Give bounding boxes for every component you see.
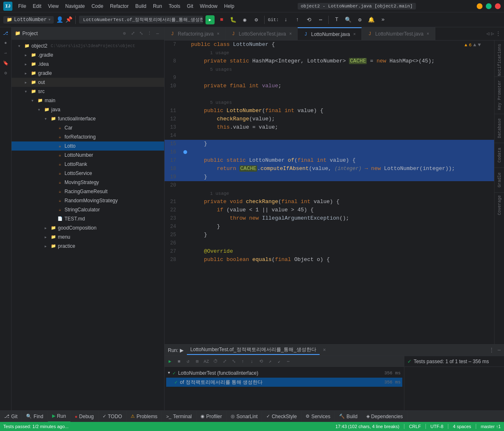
- run-more-actions-btn[interactable]: ⋯: [284, 358, 292, 365]
- run-export-btn[interactable]: ↗: [266, 358, 274, 365]
- bottom-checkstyle-btn[interactable]: ✓ CheckStyle: [262, 411, 301, 422]
- run-sort-dur-btn[interactable]: ⏱: [212, 358, 219, 365]
- minimize-button[interactable]: [477, 3, 483, 9]
- add-config-icon[interactable]: 👤: [56, 17, 63, 23]
- run-button[interactable]: ▶: [205, 15, 215, 24]
- run-import-btn[interactable]: ↙: [275, 358, 283, 365]
- tree-item-src[interactable]: ▼ 📁 src: [12, 87, 164, 96]
- status-git-branch[interactable]: master ↑1: [481, 424, 501, 429]
- run-configuration[interactable]: LottoNumberTest.of_정적팩토리메서리를_통해_생성한다 ▼: [79, 16, 203, 24]
- profiler-button[interactable]: ⚙: [252, 15, 261, 24]
- codata-btn[interactable]: Codata: [494, 143, 504, 168]
- maximize-button[interactable]: [486, 3, 492, 9]
- run-next-btn[interactable]: ↓: [248, 358, 256, 365]
- bottom-build-btn[interactable]: 🔨 Build: [335, 411, 362, 422]
- run-history-btn[interactable]: ⟲: [257, 358, 265, 365]
- coverage-button[interactable]: ◉: [240, 15, 249, 24]
- tree-item-gradle2[interactable]: ▶ 📁 gradle: [12, 69, 164, 78]
- git-pull-button[interactable]: ↓: [281, 15, 290, 24]
- bottom-find-btn[interactable]: 🔍 Find: [22, 411, 48, 422]
- bottom-terminal-btn[interactable]: >_ Terminal: [162, 411, 196, 422]
- bottom-problems-btn[interactable]: ⚠ Problems: [127, 411, 162, 422]
- panel-settings-icon[interactable]: ⋮: [146, 30, 153, 37]
- menu-build[interactable]: Build: [133, 2, 149, 10]
- tree-item-practice[interactable]: ▶ 📁 practice: [12, 242, 164, 251]
- panel-expand-icon[interactable]: ⤢: [129, 30, 136, 37]
- bottom-debug-btn[interactable]: ● Debug: [71, 411, 98, 422]
- tree-item-forRefactoring[interactable]: ▶ ☕ forRefactoring: [12, 132, 164, 141]
- tree-item-lotto[interactable]: ▶ ☕ Lotto: [12, 141, 164, 151]
- run-minimize-icon[interactable]: —: [498, 347, 501, 353]
- key-promoter-btn[interactable]: Key Promoter: [494, 77, 504, 114]
- tab-close-3[interactable]: ×: [353, 31, 357, 37]
- pin-icon[interactable]: 📌: [65, 17, 72, 23]
- tree-item-racinggame[interactable]: ▶ ☕ RacingGameResult: [12, 187, 164, 196]
- code-editor[interactable]: ▲ 6 ▲ ▼ 7 public class LottoNumber {: [165, 41, 494, 344]
- pull-request-gutter-icon[interactable]: ⇀: [2, 49, 10, 57]
- tree-item-movingstrategy[interactable]: ▶ ☕ MovingStrategy: [12, 178, 164, 187]
- tab-lottoservicetest[interactable]: J LottoServiceTest.java ×: [226, 27, 298, 41]
- settings-button[interactable]: ⚙: [355, 15, 364, 24]
- tree-item-lottonumber[interactable]: ▶ ☕ LottoNumber: [12, 151, 164, 160]
- menu-help[interactable]: Help: [222, 2, 237, 10]
- menu-run[interactable]: Run: [150, 2, 165, 10]
- tree-item-java[interactable]: ▼ 📁 java: [12, 105, 164, 114]
- tab-more-options[interactable]: ⋮: [496, 31, 501, 37]
- bottom-sonarlint-btn[interactable]: ◎ SonarLint: [227, 411, 262, 422]
- bottom-git-btn[interactable]: ⎇ Git: [0, 411, 22, 422]
- run-collapse-btn[interactable]: ⤡: [230, 358, 237, 365]
- tree-item-functioal[interactable]: ▼ 📁 functioalInterface: [12, 114, 164, 123]
- tab-close-1[interactable]: ×: [216, 31, 220, 37]
- tree-item-main[interactable]: ▼ 📁 main: [12, 96, 164, 105]
- bottom-profiler-btn[interactable]: ◉ Profiler: [196, 411, 227, 422]
- run-tab-close[interactable]: ×: [323, 347, 326, 353]
- menu-window[interactable]: Window: [197, 2, 220, 10]
- bottom-todo-btn[interactable]: ✓ TODO: [98, 411, 127, 422]
- panel-collapse-icon[interactable]: ⤡: [138, 30, 144, 37]
- tree-item-car[interactable]: ▶ ☕ Car: [12, 123, 164, 132]
- tree-item-testmd[interactable]: ▶ 📄 TEST.md: [12, 214, 164, 223]
- run-expand-btn[interactable]: ⤢: [221, 358, 228, 365]
- menu-edit[interactable]: Edit: [30, 2, 44, 10]
- menu-navigate[interactable]: Navigate: [63, 2, 87, 10]
- run-rerun-btn[interactable]: ↺: [184, 358, 192, 365]
- coverage-btn[interactable]: Coverage: [494, 193, 504, 218]
- status-crlf[interactable]: CRLF: [409, 424, 421, 429]
- notifications-panel-btn[interactable]: Notifications: [494, 44, 504, 77]
- menu-file[interactable]: File: [16, 2, 29, 10]
- test-row-method[interactable]: ✓ of 정적팩토리메서리를 통해 생성한다 356 ms: [166, 378, 402, 387]
- run-play-btn[interactable]: ▶: [166, 358, 174, 365]
- tree-root[interactable]: ▼ 📁 object2 C:\Users\is2js\IdeaProjects\…: [12, 41, 164, 50]
- tree-item-lottoservice[interactable]: ▶ ☕ LottoService: [12, 169, 164, 178]
- git-history-button[interactable]: ⟲: [304, 15, 313, 24]
- run-more-icon[interactable]: ⋮: [489, 347, 494, 354]
- git-more-button[interactable]: ⋯: [316, 15, 325, 24]
- gradle-btn[interactable]: Gradle: [494, 168, 504, 193]
- project-selector[interactable]: 📁 LottoNumber ▼: [3, 16, 54, 24]
- tree-item-stringcalc[interactable]: ▶ ☕ StringCalculator: [12, 205, 164, 214]
- tree-item-goodcomp[interactable]: ▶ 📁 goodComposition: [12, 223, 164, 232]
- tab-scroll-right[interactable]: ▷: [491, 31, 494, 37]
- menu-view[interactable]: View: [45, 2, 61, 10]
- status-charset[interactable]: UTF-8: [430, 424, 443, 429]
- debug-button[interactable]: 🐛: [229, 15, 238, 24]
- git-push-button[interactable]: ↑: [293, 15, 302, 24]
- run-stop-btn[interactable]: ■: [175, 358, 183, 365]
- tree-item-idea[interactable]: ▶ 📁 .idea: [12, 60, 164, 69]
- status-indent[interactable]: 4 spaces: [453, 424, 471, 429]
- bottom-dependencies-btn[interactable]: ◈ Dependencies: [362, 411, 408, 422]
- tree-item-lottorank[interactable]: ▶ ☕ LottoRank: [12, 160, 164, 169]
- more-actions-button[interactable]: »: [378, 15, 387, 24]
- bottom-services-btn[interactable]: ⚙ Services: [301, 411, 335, 422]
- database-btn[interactable]: Database: [494, 114, 504, 143]
- tab-close-2[interactable]: ×: [289, 31, 293, 37]
- run-filter-btn[interactable]: ⊞: [193, 358, 201, 365]
- tree-item-menu[interactable]: ▶ 📁 menu: [12, 232, 164, 242]
- panel-sync-icon[interactable]: ⊙: [121, 30, 128, 37]
- menu-git[interactable]: Git: [184, 2, 196, 10]
- tab-refactoring[interactable]: J Refactoring.java ×: [165, 27, 226, 41]
- search-everywhere-button[interactable]: 🔍: [344, 15, 353, 24]
- run-prev-btn[interactable]: ↑: [239, 358, 246, 365]
- bottom-run-btn[interactable]: ▶ Run: [48, 411, 71, 422]
- test-row-suite[interactable]: ▼ ✓ LottoNumberTest (functioalInterface)…: [166, 369, 402, 378]
